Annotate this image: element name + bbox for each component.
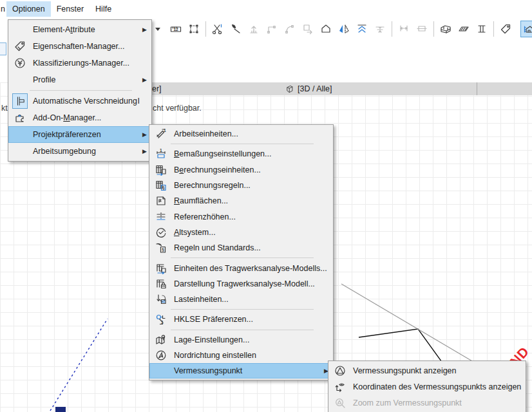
work-units-icon: 1: [153, 127, 169, 140]
menu-shortcut: I: [138, 97, 150, 106]
menu-item-zoom-zum-vermessungspunkt[interactable]: Zoom zum Vermessungspunkt: [328, 395, 526, 411]
location-settings-icon: [153, 333, 169, 346]
menu-item-lasteinheiten[interactable]: Lasteinheiten...: [149, 292, 333, 307]
floor-hatch-icon[interactable]: [455, 21, 472, 37]
load-units-icon: [153, 293, 169, 306]
menu-item-automatische-verschneidung[interactable]: Automatische Verschneidung I: [8, 93, 151, 109]
cube-3d-icon: [285, 84, 294, 93]
toolbar-separator: [433, 21, 434, 37]
menu-item-arbeitseinheiten[interactable]: 1 Arbeitseinheiten...: [149, 126, 333, 142]
menu-item-referenzhoehen[interactable]: Referenzhöhen...: [149, 209, 333, 224]
menu-item-berechnungseinheiten[interactable]: Berechnungseinheiten...: [149, 162, 333, 178]
menu-item-altsystem[interactable]: Altsystem...: [149, 225, 333, 240]
legacy-system-icon: [153, 226, 169, 239]
menu-item-profile[interactable]: Profile ▶: [8, 71, 151, 88]
menu-item-nordrichtung-einstellen[interactable]: Nordrichtung einstellen: [149, 348, 333, 363]
dimension-u-icon[interactable]: [395, 21, 412, 37]
curve-arc-icon[interactable]: [281, 21, 298, 37]
svg-text:§: §: [162, 247, 164, 252]
svg-text:1: 1: [160, 148, 162, 153]
menu-projektpraeferenzen: 1 Arbeitseinheiten... 1 Bemaßungseinstel…: [149, 124, 334, 380]
menu-item-bemassungseinstellungen[interactable]: 1 Bemaßungseinstellungen...: [149, 146, 333, 162]
level-marker-icon[interactable]: [372, 21, 388, 37]
north-direction-icon: [153, 349, 169, 362]
marquee-transform-icon[interactable]: [185, 21, 202, 37]
classification-tree-icon: [12, 57, 28, 70]
tab-clipped[interactable]: er]: [152, 84, 162, 93]
tag-pen-icon: [12, 40, 28, 53]
extrude-up-icon[interactable]: [245, 21, 262, 37]
submenu-arrow-icon: ▶: [142, 148, 147, 154]
addon-puzzle-icon: [12, 111, 28, 124]
calculation-rules-icon: §: [153, 179, 169, 192]
menu-item-addon-manager[interactable]: Add-On-Manager...: [8, 109, 151, 126]
toolbar-separator: [493, 21, 494, 37]
svg-text:1: 1: [164, 128, 166, 133]
menu-separator: [171, 144, 314, 144]
view-tab-bar: er] [3D / Alle]: [147, 82, 532, 95]
auto-intersection-icon: [12, 95, 28, 108]
svg-text:§: §: [162, 185, 165, 190]
survey-coordinates-icon: [332, 380, 348, 393]
menubar-item-fenster[interactable]: Fenster: [51, 1, 90, 17]
survey-point-icon: [332, 364, 348, 377]
clipped-message-left: kt: [1, 104, 8, 113]
menu-item-berechnungsregeln[interactable]: § Berechnungsregeln...: [149, 178, 333, 193]
mep-preferences-icon: 1: [153, 313, 169, 326]
roof-polygon-icon[interactable]: [318, 21, 334, 37]
svg-text:12: 12: [173, 27, 178, 32]
label-tag-icon[interactable]: [497, 21, 514, 37]
zoom-to-point-icon: [332, 397, 348, 409]
menubar-item-hilfe[interactable]: Hilfe: [90, 1, 117, 17]
dimension-settings-icon: 1: [153, 147, 169, 160]
menu-separator: [171, 330, 314, 330]
menu-item-raumflaechen[interactable]: Raumflächen...: [149, 193, 333, 209]
main-toolbar: 12: [149, 18, 532, 40]
submenu-arrow-icon: ▶: [142, 131, 147, 138]
menu-item-koordinaten-anzeigen[interactable]: Koordinaten des Vermessungspunkts anzeig…: [328, 379, 526, 395]
brick-wall-icon[interactable]: [437, 21, 454, 37]
menu-optionen: Element-Attribute ▶ Eigenschaften-Manage…: [8, 19, 152, 162]
toolbar-separator: [392, 21, 392, 37]
menu-separator: [171, 309, 314, 310]
steel-ibeam-icon[interactable]: [473, 21, 490, 37]
menu-vermessungspunkt: Vermessungspunkt anzeigen Koordinaten de…: [328, 360, 526, 412]
menu-item-arbeitsumgebung[interactable]: Arbeitsumgebung ▶: [8, 143, 151, 160]
structural-units-icon: [153, 262, 169, 275]
stretch-box-icon[interactable]: [299, 21, 316, 37]
menubar-item-clipped[interactable]: n: [1, 1, 6, 17]
menu-separator: [171, 258, 314, 258]
menu-item-projektpraeferenzen[interactable]: Projektpräferenzen ▶: [8, 126, 151, 143]
menu-item-vermessungspunkt-anzeigen[interactable]: Vermessungspunkt anzeigen: [328, 362, 526, 379]
menu-separator: [30, 90, 132, 91]
reference-levels-icon: [153, 211, 169, 223]
menubar-item-optionen[interactable]: Optionen: [6, 1, 51, 17]
menu-bar: n Optionen Fenster Hilfe: [0, 0, 532, 18]
measure-ruler-icon[interactable]: 12: [167, 21, 184, 37]
submenu-arrow-icon: ▶: [142, 77, 147, 83]
rules-standards-icon: §: [153, 241, 169, 254]
dimension-box-icon[interactable]: [413, 21, 430, 37]
split-scissors-icon[interactable]: [209, 21, 226, 37]
align-up-icon[interactable]: [354, 21, 370, 37]
menu-item-regeln-und-standards[interactable]: § Regeln und Standards...: [149, 240, 333, 256]
toolbar-separator: [205, 21, 206, 37]
mirror-door-icon[interactable]: [336, 21, 352, 37]
structural-display-icon: [153, 277, 169, 290]
fillet-corner-icon[interactable]: [263, 21, 280, 37]
menu-item-einheiten-tragwerksanalyse[interactable]: Einheiten des Tragwerksanalyse-Modells..…: [149, 260, 333, 276]
view-house-icon[interactable]: [520, 21, 532, 37]
menu-item-vermessungspunkt[interactable]: Vermessungspunkt ▶: [149, 363, 333, 379]
menu-item-hklse-praeferenzen[interactable]: 1 HKLSE Präferenzen...: [149, 312, 333, 327]
menu-item-element-attribute[interactable]: Element-Attribute ▶: [8, 21, 151, 38]
menu-item-lage-einstellungen[interactable]: Lage-Einstellungen...: [149, 332, 333, 348]
message-fragment: cht verfügbar.: [153, 104, 202, 113]
menu-item-eigenschaften-manager[interactable]: Eigenschaften-Manager...: [8, 38, 151, 55]
clipped-palette-fragment: [0, 42, 6, 55]
menu-item-darstellung-tragwerksanalyse[interactable]: Darstellung Tragwerksanalyse-Modell...: [149, 276, 333, 292]
tab-separator: [477, 82, 477, 95]
adjust-axe-icon[interactable]: [227, 21, 244, 37]
menu-item-klassifizierungs-manager[interactable]: Klassifizierungs-Manager...: [8, 55, 151, 71]
submenu-arrow-icon: ▶: [142, 26, 147, 33]
tab-3d-alle[interactable]: [3D / Alle]: [285, 84, 332, 93]
